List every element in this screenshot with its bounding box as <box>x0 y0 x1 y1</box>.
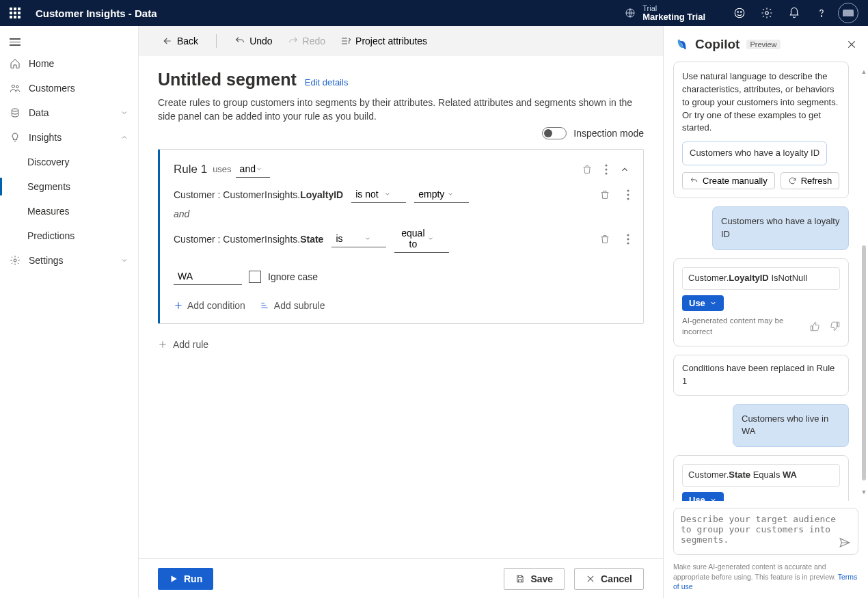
app-launcher-icon[interactable] <box>10 8 21 18</box>
svg-point-4 <box>765 12 769 15</box>
top-bar: Customer Insights - Data Trial Marketing… <box>0 0 868 26</box>
svg-point-3 <box>741 12 742 13</box>
nav-label: Data <box>29 107 49 118</box>
create-manually-button[interactable]: Create manually <box>682 172 775 189</box>
refresh-button[interactable]: Refresh <box>781 172 840 189</box>
svg-point-16 <box>627 234 629 236</box>
segment-title: Untitled segment <box>158 70 297 90</box>
delete-rule-icon[interactable] <box>582 164 593 175</box>
svg-point-11 <box>606 168 608 170</box>
svg-point-15 <box>627 198 629 200</box>
add-rule-button[interactable]: Add rule <box>158 339 208 350</box>
copilot-suggestion[interactable]: Customers who have a loyalty ID <box>682 141 827 165</box>
delete-condition-icon[interactable] <box>599 234 610 245</box>
svg-point-13 <box>627 189 629 191</box>
chevron-down-icon <box>384 191 391 198</box>
nav-label: Discovery <box>27 157 69 167</box>
condition-operator-select[interactable]: is not <box>351 186 406 203</box>
nav-segments[interactable]: Segments <box>0 174 138 199</box>
insights-icon <box>10 132 21 143</box>
condition-value-input[interactable] <box>174 268 242 285</box>
nav-customers[interactable]: Customers <box>0 76 138 100</box>
svg-point-9 <box>14 259 16 262</box>
nav-label: Predictions <box>27 230 74 241</box>
cancel-button[interactable]: Cancel <box>574 568 644 590</box>
redo-button[interactable]: Redo <box>284 33 329 49</box>
copilot-disclaimer: Make sure AI-generated content is accura… <box>664 562 868 598</box>
rule-card: Rule 1 uses and Customer : Cust <box>158 149 644 324</box>
thumbs-up-icon[interactable] <box>810 321 820 331</box>
feedback-icon[interactable] <box>726 0 753 26</box>
svg-point-17 <box>627 238 629 240</box>
avatar[interactable] <box>838 3 858 23</box>
inspection-mode-label: Inspection mode <box>573 128 644 139</box>
env-name: Marketing Trial <box>642 12 705 22</box>
nav-discovery[interactable]: Discovery <box>0 150 138 174</box>
nav-data[interactable]: Data <box>0 100 138 125</box>
run-button[interactable]: Run <box>158 568 213 590</box>
separator <box>216 34 217 48</box>
chevron-down-icon <box>427 235 434 242</box>
svg-point-14 <box>627 193 629 195</box>
copilot-input[interactable] <box>681 514 851 547</box>
editor-body: Untitled segment Edit details Create rul… <box>139 56 663 558</box>
help-icon[interactable] <box>808 0 835 26</box>
rule-combiner-select[interactable]: and <box>236 161 270 178</box>
copilot-scrollbar[interactable]: ▲ ▼ <box>860 68 868 495</box>
chevron-down-icon <box>120 256 128 264</box>
more-icon[interactable] <box>627 234 629 245</box>
cmd-label: Undo <box>249 36 272 46</box>
svg-point-12 <box>606 172 608 174</box>
condition-value-select[interactable]: equal to <box>394 225 449 253</box>
undo-button[interactable]: Undo <box>230 33 276 49</box>
nav-insights[interactable]: Insights <box>0 125 138 150</box>
nav-label: Segments <box>27 181 70 192</box>
condition-operator-select[interactable]: is <box>331 230 386 247</box>
data-icon <box>10 107 21 118</box>
thumbs-down-icon[interactable] <box>830 321 840 331</box>
nav-home[interactable]: Home <box>0 51 138 76</box>
delete-condition-icon[interactable] <box>599 189 610 200</box>
settings-gear-icon[interactable] <box>753 0 781 26</box>
ai-note: AI-generated content may be incorrect <box>682 315 802 338</box>
nav-measures[interactable]: Measures <box>0 199 138 223</box>
back-button[interactable]: Back <box>158 33 202 49</box>
nav-label: Measures <box>27 206 69 217</box>
nav-settings[interactable]: Settings <box>0 248 138 273</box>
close-icon[interactable] <box>846 39 857 50</box>
gear-icon <box>10 255 21 266</box>
nav-predictions[interactable]: Predictions <box>0 223 138 248</box>
copilot-user-msg: Customers who have a loyalty ID <box>712 206 849 250</box>
copilot-input-wrap <box>673 508 858 555</box>
copilot-result-card: Customer.LoyaltyID IsNotNull Use AI-gene… <box>673 258 849 346</box>
edit-details-link[interactable]: Edit details <box>305 77 349 87</box>
app-title: Customer Insights - Data <box>36 8 157 19</box>
collapse-icon[interactable] <box>620 165 629 174</box>
add-condition-button[interactable]: Add condition <box>174 300 245 311</box>
command-bar: Back Undo Redo Project attributes <box>139 26 663 56</box>
condition-row: Customer : CustomerInsights.LoyaltyID is… <box>174 186 629 203</box>
copilot-result-card: Customer.State Equals WA Use AI-generate… <box>673 455 849 501</box>
send-icon[interactable] <box>839 536 851 549</box>
use-button[interactable]: Use <box>682 492 724 501</box>
chevron-down-icon <box>120 109 128 117</box>
project-attributes-button[interactable]: Project attributes <box>336 33 431 49</box>
more-icon[interactable] <box>605 164 608 175</box>
save-button[interactable]: Save <box>504 568 565 590</box>
ignore-case-checkbox[interactable] <box>249 271 261 283</box>
more-icon[interactable] <box>627 189 629 200</box>
footer-bar: Run Save Cancel <box>139 558 663 598</box>
chevron-up-icon <box>120 133 128 141</box>
rule-uses-label: uses <box>213 164 231 174</box>
notifications-icon[interactable] <box>781 0 808 26</box>
add-subrule-button[interactable]: Add subrule <box>259 300 325 311</box>
copilot-title: Copilot <box>695 37 740 52</box>
environment-switcher[interactable]: Trial Marketing Trial <box>625 4 705 22</box>
use-button[interactable]: Use <box>682 295 724 311</box>
top-icons <box>726 0 861 26</box>
chevron-down-icon <box>364 235 371 242</box>
condition-value-select[interactable]: empty <box>414 186 469 203</box>
cmd-label: Back <box>177 36 198 46</box>
inspection-mode-toggle[interactable] <box>542 127 567 139</box>
nav-hamburger[interactable] <box>0 33 138 51</box>
